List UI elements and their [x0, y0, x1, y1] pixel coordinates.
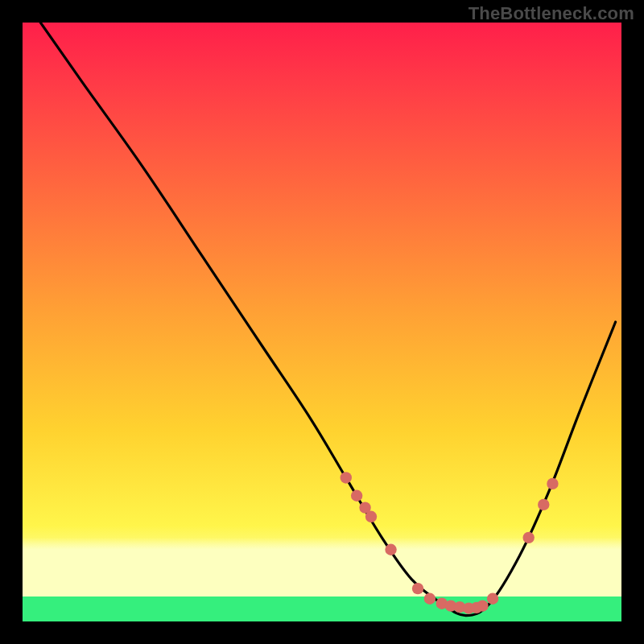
marker-dot	[522, 532, 534, 543]
bottleneck-curve	[23, 23, 621, 621]
marker-dot	[538, 499, 549, 510]
marker-dot	[487, 593, 498, 605]
watermark-text: TheBottleneck.com	[469, 3, 634, 24]
marker-dot	[385, 544, 396, 555]
marker-dot	[477, 600, 488, 611]
marker-dot	[412, 583, 423, 594]
chart-frame: TheBottleneck.com	[0, 0, 644, 644]
marker-dot	[351, 490, 362, 502]
marker-dot	[547, 478, 558, 489]
plot-area	[23, 23, 621, 621]
marker-dot	[365, 511, 377, 522]
marker-dot	[341, 472, 352, 483]
curve-path	[40, 23, 615, 616]
marker-dot	[424, 593, 436, 605]
